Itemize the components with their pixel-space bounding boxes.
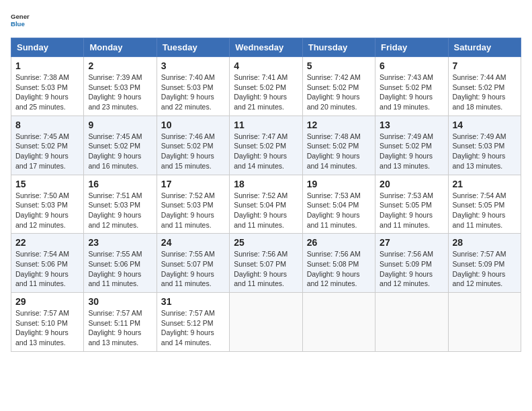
calendar-week-row: 22Sunrise: 7:54 AM Sunset: 5:06 PM Dayli… bbox=[11, 234, 521, 293]
calendar-cell bbox=[375, 293, 448, 352]
calendar-cell: 9Sunrise: 7:45 AM Sunset: 5:02 PM Daylig… bbox=[84, 116, 157, 175]
calendar-cell: 13Sunrise: 7:49 AM Sunset: 5:02 PM Dayli… bbox=[375, 116, 448, 175]
calendar-cell: 25Sunrise: 7:56 AM Sunset: 5:07 PM Dayli… bbox=[230, 234, 302, 293]
day-info: Sunrise: 7:52 AM Sunset: 5:04 PM Dayligh… bbox=[234, 191, 298, 230]
calendar-cell: 2Sunrise: 7:39 AM Sunset: 5:03 PM Daylig… bbox=[84, 57, 157, 116]
day-info: Sunrise: 7:45 AM Sunset: 5:02 PM Dayligh… bbox=[88, 132, 152, 171]
day-info: Sunrise: 7:39 AM Sunset: 5:03 PM Dayligh… bbox=[88, 73, 152, 112]
day-number: 20 bbox=[380, 179, 443, 189]
calendar-cell: 28Sunrise: 7:57 AM Sunset: 5:09 PM Dayli… bbox=[448, 234, 521, 293]
day-number: 27 bbox=[380, 237, 443, 248]
calendar-cell: 4Sunrise: 7:41 AM Sunset: 5:02 PM Daylig… bbox=[230, 57, 302, 116]
day-info: Sunrise: 7:51 AM Sunset: 5:03 PM Dayligh… bbox=[88, 191, 152, 230]
day-number: 26 bbox=[307, 237, 371, 248]
svg-text:Blue: Blue bbox=[11, 20, 25, 28]
calendar-cell: 8Sunrise: 7:45 AM Sunset: 5:02 PM Daylig… bbox=[11, 116, 84, 175]
calendar-cell: 18Sunrise: 7:52 AM Sunset: 5:04 PM Dayli… bbox=[230, 175, 302, 234]
calendar-cell: 7Sunrise: 7:44 AM Sunset: 5:02 PM Daylig… bbox=[448, 57, 521, 116]
calendar-week-row: 29Sunrise: 7:57 AM Sunset: 5:10 PM Dayli… bbox=[11, 293, 521, 352]
day-info: Sunrise: 7:57 AM Sunset: 5:11 PM Dayligh… bbox=[88, 308, 152, 348]
calendar-table: SundayMondayTuesdayWednesdayThursdayFrid… bbox=[11, 38, 521, 352]
day-number: 30 bbox=[88, 296, 152, 307]
day-info: Sunrise: 7:54 AM Sunset: 5:06 PM Dayligh… bbox=[15, 249, 79, 289]
calendar-cell: 5Sunrise: 7:42 AM Sunset: 5:02 PM Daylig… bbox=[302, 57, 375, 116]
day-info: Sunrise: 7:47 AM Sunset: 5:02 PM Dayligh… bbox=[234, 132, 298, 171]
calendar-cell bbox=[302, 293, 375, 352]
day-number: 23 bbox=[88, 237, 152, 248]
day-info: Sunrise: 7:50 AM Sunset: 5:03 PM Dayligh… bbox=[15, 191, 79, 230]
calendar-cell: 3Sunrise: 7:40 AM Sunset: 5:03 PM Daylig… bbox=[157, 57, 229, 116]
day-number: 12 bbox=[307, 120, 371, 130]
calendar-cell: 26Sunrise: 7:56 AM Sunset: 5:08 PM Dayli… bbox=[302, 234, 375, 293]
calendar-cell: 31Sunrise: 7:57 AM Sunset: 5:12 PM Dayli… bbox=[157, 293, 229, 352]
day-number: 21 bbox=[453, 179, 517, 189]
day-info: Sunrise: 7:52 AM Sunset: 5:03 PM Dayligh… bbox=[161, 191, 225, 230]
day-number: 9 bbox=[88, 120, 152, 130]
calendar-cell: 16Sunrise: 7:51 AM Sunset: 5:03 PM Dayli… bbox=[84, 175, 157, 234]
day-info: Sunrise: 7:44 AM Sunset: 5:02 PM Dayligh… bbox=[453, 73, 517, 112]
day-number: 18 bbox=[234, 179, 298, 189]
day-info: Sunrise: 7:45 AM Sunset: 5:02 PM Dayligh… bbox=[15, 132, 79, 171]
day-info: Sunrise: 7:55 AM Sunset: 5:06 PM Dayligh… bbox=[88, 249, 152, 289]
calendar-cell bbox=[230, 293, 302, 352]
day-number: 8 bbox=[15, 120, 79, 130]
day-number: 14 bbox=[453, 120, 517, 130]
day-number: 10 bbox=[161, 120, 225, 130]
calendar-day-header: Wednesday bbox=[230, 38, 302, 57]
day-number: 31 bbox=[161, 296, 225, 307]
day-info: Sunrise: 7:54 AM Sunset: 5:05 PM Dayligh… bbox=[453, 191, 517, 230]
calendar-day-header: Friday bbox=[375, 38, 448, 57]
calendar-cell: 30Sunrise: 7:57 AM Sunset: 5:11 PM Dayli… bbox=[84, 293, 157, 352]
calendar-cell: 22Sunrise: 7:54 AM Sunset: 5:06 PM Dayli… bbox=[11, 234, 84, 293]
calendar-week-row: 1Sunrise: 7:38 AM Sunset: 5:03 PM Daylig… bbox=[11, 57, 521, 116]
day-info: Sunrise: 7:56 AM Sunset: 5:08 PM Dayligh… bbox=[307, 249, 371, 289]
calendar-cell: 1Sunrise: 7:38 AM Sunset: 5:03 PM Daylig… bbox=[11, 57, 84, 116]
calendar-cell: 11Sunrise: 7:47 AM Sunset: 5:02 PM Dayli… bbox=[230, 116, 302, 175]
day-number: 22 bbox=[15, 237, 79, 248]
day-info: Sunrise: 7:57 AM Sunset: 5:12 PM Dayligh… bbox=[161, 308, 225, 348]
calendar-cell: 29Sunrise: 7:57 AM Sunset: 5:10 PM Dayli… bbox=[11, 293, 84, 352]
day-number: 2 bbox=[88, 60, 152, 71]
day-number: 3 bbox=[161, 60, 225, 71]
day-number: 17 bbox=[161, 179, 225, 189]
day-number: 25 bbox=[234, 237, 298, 248]
day-info: Sunrise: 7:46 AM Sunset: 5:02 PM Dayligh… bbox=[161, 132, 225, 171]
day-number: 15 bbox=[15, 179, 79, 189]
day-info: Sunrise: 7:57 AM Sunset: 5:09 PM Dayligh… bbox=[453, 249, 517, 289]
day-info: Sunrise: 7:53 AM Sunset: 5:04 PM Dayligh… bbox=[307, 191, 371, 230]
day-info: Sunrise: 7:40 AM Sunset: 5:03 PM Dayligh… bbox=[161, 73, 225, 112]
day-info: Sunrise: 7:55 AM Sunset: 5:07 PM Dayligh… bbox=[161, 249, 225, 289]
day-info: Sunrise: 7:56 AM Sunset: 5:09 PM Dayligh… bbox=[380, 249, 443, 289]
day-info: Sunrise: 7:49 AM Sunset: 5:03 PM Dayligh… bbox=[453, 132, 517, 171]
calendar-cell: 20Sunrise: 7:53 AM Sunset: 5:05 PM Dayli… bbox=[375, 175, 448, 234]
calendar-week-row: 8Sunrise: 7:45 AM Sunset: 5:02 PM Daylig… bbox=[11, 116, 521, 175]
calendar-cell: 6Sunrise: 7:43 AM Sunset: 5:02 PM Daylig… bbox=[375, 57, 448, 116]
day-number: 11 bbox=[234, 120, 298, 130]
day-info: Sunrise: 7:43 AM Sunset: 5:02 PM Dayligh… bbox=[380, 73, 443, 112]
day-number: 28 bbox=[453, 237, 517, 248]
logo: General Blue bbox=[11, 11, 32, 30]
day-info: Sunrise: 7:56 AM Sunset: 5:07 PM Dayligh… bbox=[234, 249, 298, 289]
day-number: 7 bbox=[453, 60, 517, 71]
day-info: Sunrise: 7:42 AM Sunset: 5:02 PM Dayligh… bbox=[307, 73, 371, 112]
day-number: 4 bbox=[234, 60, 298, 71]
calendar-cell: 12Sunrise: 7:48 AM Sunset: 5:02 PM Dayli… bbox=[302, 116, 375, 175]
day-info: Sunrise: 7:57 AM Sunset: 5:10 PM Dayligh… bbox=[15, 308, 79, 348]
day-number: 6 bbox=[380, 60, 443, 71]
calendar-day-header: Sunday bbox=[11, 38, 84, 57]
calendar-cell: 21Sunrise: 7:54 AM Sunset: 5:05 PM Dayli… bbox=[448, 175, 521, 234]
calendar-week-row: 15Sunrise: 7:50 AM Sunset: 5:03 PM Dayli… bbox=[11, 175, 521, 234]
calendar-cell: 19Sunrise: 7:53 AM Sunset: 5:04 PM Dayli… bbox=[302, 175, 375, 234]
calendar-cell: 24Sunrise: 7:55 AM Sunset: 5:07 PM Dayli… bbox=[157, 234, 229, 293]
day-info: Sunrise: 7:53 AM Sunset: 5:05 PM Dayligh… bbox=[380, 191, 443, 230]
day-info: Sunrise: 7:38 AM Sunset: 5:03 PM Dayligh… bbox=[15, 73, 79, 112]
calendar-day-header: Tuesday bbox=[157, 38, 229, 57]
calendar-cell bbox=[448, 293, 521, 352]
header: General Blue bbox=[11, 11, 521, 30]
calendar-day-header: Saturday bbox=[448, 38, 521, 57]
calendar-header-row: SundayMondayTuesdayWednesdayThursdayFrid… bbox=[11, 38, 521, 57]
calendar-cell: 23Sunrise: 7:55 AM Sunset: 5:06 PM Dayli… bbox=[84, 234, 157, 293]
day-number: 19 bbox=[307, 179, 371, 189]
calendar-cell: 10Sunrise: 7:46 AM Sunset: 5:02 PM Dayli… bbox=[157, 116, 229, 175]
day-info: Sunrise: 7:48 AM Sunset: 5:02 PM Dayligh… bbox=[307, 132, 371, 171]
